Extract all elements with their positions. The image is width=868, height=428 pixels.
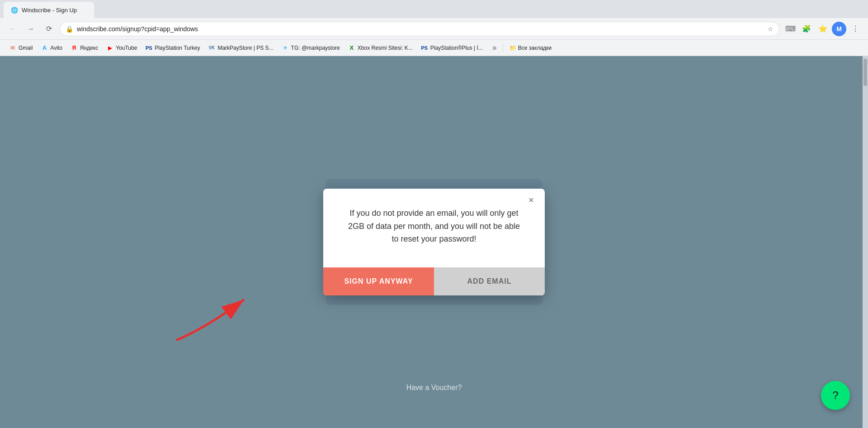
address-bar[interactable]: 🔒 windscribe.com/signup?cpid=app_windows… xyxy=(60,22,779,36)
profile-button[interactable]: M xyxy=(832,22,846,36)
bookmarks-folder-label: Все закладки xyxy=(518,45,552,51)
url-display: windscribe.com/signup?cpid=app_windows xyxy=(77,25,764,33)
security-icon: 🔒 xyxy=(66,25,73,33)
bookmark-markpaystore[interactable]: VK MarkPayStore | PS S... xyxy=(204,42,277,54)
browser-frame: 🌐 Windscribe - Sign Up ← → ⟳ 🔒 windscrib… xyxy=(0,0,868,428)
scrollbar-thumb xyxy=(863,59,867,86)
modal-overlay: × If you do not provide an email, you wi… xyxy=(0,56,868,428)
bookmark-ps-plus-label: PlayStation®Plus | İ... xyxy=(430,45,483,51)
voucher-text: Have a Voucher? xyxy=(406,384,462,392)
tab-bar: 🌐 Windscribe - Sign Up xyxy=(0,0,868,18)
modal-body: If you do not provide an email, you will… xyxy=(323,189,545,267)
menu-button[interactable]: ⋮ xyxy=(848,22,863,36)
bookmarks-bar: ✉ Gmail A Avito Я Яндекс ▶ YouTube PS Pl… xyxy=(0,40,868,56)
chat-widget-button[interactable]: ? xyxy=(821,381,850,410)
bookmarks-more-button[interactable]: » xyxy=(489,43,500,53)
voucher-section: Have a Voucher? xyxy=(406,384,462,392)
cast-button[interactable]: ⌨ xyxy=(783,22,797,36)
extensions-button[interactable]: 🧩 xyxy=(799,22,814,36)
refresh-button[interactable]: ⟳ xyxy=(42,22,56,36)
modal-message-text: If you do not provide an email, you will… xyxy=(345,207,523,246)
bookmark-yandex-label: Яндекс xyxy=(80,45,98,51)
bookmark-playstation-turkey[interactable]: PS PlayStation Turkey xyxy=(142,42,203,54)
bookmark-avito-label: Avito xyxy=(50,45,62,51)
modal-close-button[interactable]: × xyxy=(525,194,538,207)
bookmark-gmail-label: Gmail xyxy=(19,45,33,51)
back-button[interactable]: ← xyxy=(5,22,20,36)
yandex-favicon: Я xyxy=(71,44,78,52)
gmail-favicon: ✉ xyxy=(9,44,16,52)
antenna-left xyxy=(831,383,833,387)
forward-button[interactable]: → xyxy=(24,22,38,36)
bookmark-yandex[interactable]: Я Яндекс xyxy=(67,42,102,54)
tab-favicon: 🌐 xyxy=(11,6,18,14)
telegram-favicon: ✈ xyxy=(282,44,289,52)
bookmark-youtube[interactable]: ▶ YouTube xyxy=(103,42,141,54)
bookmark-avito[interactable]: A Avito xyxy=(37,42,66,54)
bookmarks-folder-all[interactable]: 📁 Все закладки xyxy=(506,42,555,54)
scrollbar[interactable] xyxy=(863,56,868,428)
ps-plus-favicon: PS xyxy=(421,44,428,52)
modal-buttons: SIGN UP ANYWAY ADD EMAIL xyxy=(323,267,545,295)
bookmark-gmail[interactable]: ✉ Gmail xyxy=(5,42,36,54)
chat-question-icon: ? xyxy=(832,389,838,401)
active-tab[interactable]: 🌐 Windscribe - Sign Up xyxy=(4,2,94,18)
toolbar-right: ⌨ 🧩 ⭐ M ⋮ xyxy=(783,22,863,36)
sign-up-anyway-button[interactable]: SIGN UP ANYWAY xyxy=(323,267,434,295)
bookmark-telegram[interactable]: ✈ TG: @markpaystore xyxy=(278,42,344,54)
star-icon: ☆ xyxy=(768,25,774,33)
folder-icon: 📁 xyxy=(509,45,516,51)
tab-title: Windscribe - Sign Up xyxy=(22,7,77,14)
bookmark-button[interactable]: ⭐ xyxy=(816,22,830,36)
bookmark-telegram-label: TG: @markpaystore xyxy=(291,45,340,51)
bookmark-markpaystore-label: MarkPayStore | PS S... xyxy=(217,45,273,51)
youtube-favicon: ▶ xyxy=(106,44,113,52)
antenna-right xyxy=(838,383,840,387)
chat-widget-body: ? xyxy=(832,389,838,402)
bookmark-playstation-plus[interactable]: PS PlayStation®Plus | İ... xyxy=(417,42,486,54)
xbox-favicon: X xyxy=(348,44,355,52)
add-email-button[interactable]: ADD EMAIL xyxy=(434,267,545,295)
bookmark-youtube-label: YouTube xyxy=(116,45,137,51)
bookmarks-divider xyxy=(503,43,503,52)
toolbar: ← → ⟳ 🔒 windscribe.com/signup?cpid=app_w… xyxy=(0,18,868,40)
ps-turkey-favicon: PS xyxy=(145,44,152,52)
bookmark-xbox[interactable]: X Xbox Resmi Sitesi: K... xyxy=(344,42,416,54)
profile-avatar: M xyxy=(832,22,846,36)
modal-dialog: × If you do not provide an email, you wi… xyxy=(323,189,545,295)
bookmark-xbox-label: Xbox Resmi Sitesi: K... xyxy=(358,45,413,51)
avito-favicon: A xyxy=(41,44,48,52)
bookmark-ps-turkey-label: PlayStation Turkey xyxy=(155,45,200,51)
vk-favicon: VK xyxy=(208,44,215,52)
page-content: 👤 reen35345232 ↻ 🔒 ••••••••• ↻ Enable R.… xyxy=(0,56,868,428)
